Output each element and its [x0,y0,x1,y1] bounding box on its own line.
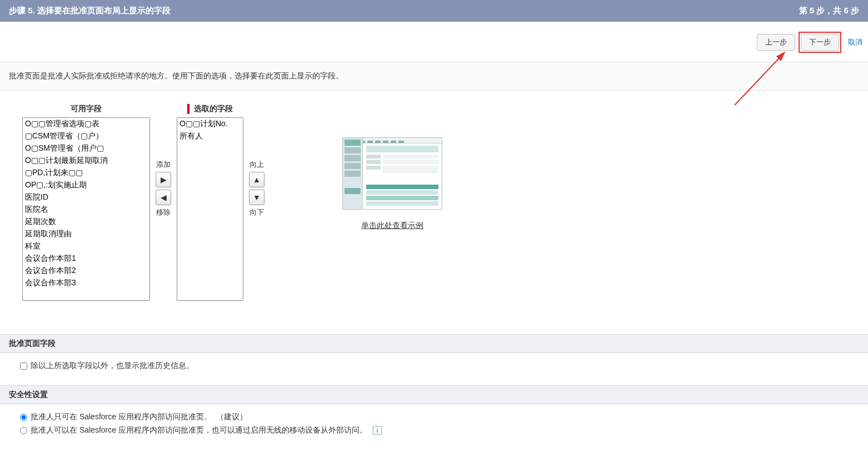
available-column: 可用字段 O▢▢管理省选项▢表▢CSM管理省（▢户）O▢SM管理省（用户▢O▢▢… [22,104,150,301]
security-internal-radio[interactable] [20,414,27,421]
selected-title: 选取的字段 [187,104,233,114]
up-button[interactable]: ▲ [249,172,265,187]
step-header: 步骤 5. 选择要在批准页面布局上显示的字段 第 5 步，共 6 步 [0,0,868,22]
next-button-highlight: 下一步 [799,32,841,53]
example-preview-image [342,137,442,210]
available-option[interactable]: 医院ID [23,191,149,204]
add-button[interactable]: ▶ [156,172,171,187]
arrow-left-icon: ◀ [161,193,167,202]
available-option[interactable]: OP▢,:划实施止期 [23,179,149,191]
available-option[interactable]: ▢PD,计划来▢▢ [23,167,149,179]
selected-fields-list[interactable]: O▢▢计划No.所有人 [177,117,243,301]
available-option[interactable]: 延期次数 [23,216,149,228]
available-option[interactable]: O▢▢计划最新延期取消 [23,155,149,167]
available-option[interactable]: 会议合作本部1 [23,252,149,265]
available-option[interactable]: 会议合作本部2 [23,265,149,277]
cancel-link[interactable]: 取消 [848,37,862,47]
available-option[interactable]: O▢▢管理省选项▢表 [23,118,149,130]
security-external-radio[interactable] [20,427,27,434]
remove-button[interactable]: ◀ [156,190,171,205]
selected-option[interactable]: O▢▢计划No. [177,118,243,130]
down-button[interactable]: ▼ [249,190,265,205]
available-option[interactable]: 医院名 [23,204,149,216]
section-security-header: 安全性设置 [0,385,868,404]
button-bar: 上一步 下一步 取消 [0,22,868,62]
next-button[interactable]: 下一步 [801,34,839,51]
example-column: 单击此处查看示例 [342,104,442,231]
add-remove-controls: 添加 ▶ ◀ 移除 [156,104,171,217]
field-selector: 可用字段 O▢▢管理省选项▢表▢CSM管理省（▢户）O▢SM管理省（用户▢O▢▢… [0,91,868,334]
available-option[interactable]: 会议合作本部3 [23,277,149,289]
add-label: 添加 [156,160,171,170]
arrow-down-icon: ▼ [253,193,261,202]
section-security-body: 批准人只可在 Salesforce 应用程序内部访问批准页。 （建议） 批准人可… [0,404,868,450]
section-approval-fields-header: 批准页面字段 [0,334,868,353]
arrow-right-icon: ▶ [161,175,167,184]
down-label: 向下 [250,207,264,217]
show-history-label[interactable]: 除以上所选取字段以外，也显示批准历史信息。 [31,361,194,371]
intro-text: 批准页面是批准人实际批准或拒绝请求的地方。使用下面的选项，选择要在此页面上显示的… [0,62,868,91]
selected-option[interactable]: 所有人 [177,130,243,142]
remove-label: 移除 [156,207,171,217]
available-option[interactable]: 延期取消理由 [23,228,149,240]
available-option[interactable]: ▢CSM管理省（▢户） [23,130,149,142]
selected-column: 选取的字段 O▢▢计划No.所有人 [177,104,243,301]
up-label: 向上 [250,160,264,170]
info-icon[interactable]: i [373,426,382,435]
section-approval-fields-body: 除以上所选取字段以外，也显示批准历史信息。 [0,353,868,385]
security-internal-label[interactable]: 批准人只可在 Salesforce 应用程序内部访问批准页。 （建议） [31,412,247,422]
available-title: 可用字段 [71,104,102,114]
step-title: 步骤 5. 选择要在批准页面布局上显示的字段 [9,6,171,16]
security-external-label[interactable]: 批准人可以在 Salesforce 应用程序内部访问批准页，也可以通过启用无线的… [31,425,367,435]
available-fields-list[interactable]: O▢▢管理省选项▢表▢CSM管理省（▢户）O▢SM管理省（用户▢O▢▢计划最新延… [22,117,150,301]
available-option[interactable]: O▢SM管理省（用户▢ [23,142,149,155]
prev-button[interactable]: 上一步 [757,34,795,51]
step-indicator: 第 5 步，共 6 步 [799,6,859,16]
up-down-controls: 向上 ▲ ▼ 向下 [249,104,265,217]
view-example-link[interactable]: 单击此处查看示例 [361,221,423,231]
arrow-up-icon: ▲ [253,175,261,184]
show-history-checkbox[interactable] [20,363,27,370]
available-option[interactable]: 科室 [23,240,149,252]
